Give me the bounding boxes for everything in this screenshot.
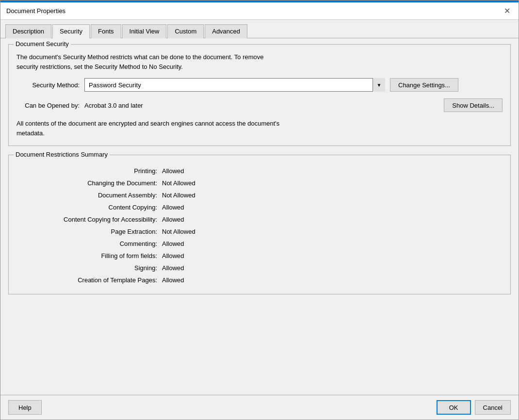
security-description-line2: security restrictions, set the Security … (16, 62, 503, 72)
restriction-label-page-extraction: Page Extraction: (16, 228, 162, 235)
button-bar: Help OK Cancel (0, 395, 519, 420)
main-content: Document Security The document's Securit… (0, 38, 519, 395)
restriction-label-printing: Printing: (16, 167, 162, 175)
restriction-label-signing: Signing: (16, 264, 162, 272)
restrictions-title: Document Restrictions Summary (14, 151, 110, 158)
encryption-note: All contents of the document are encrypt… (16, 119, 503, 138)
security-method-select-wrapper: Password Security ▼ (84, 78, 385, 92)
document-properties-window: Document Properties ✕ Description Securi… (0, 0, 519, 420)
restriction-value-signing: Allowed (162, 264, 184, 272)
restriction-row-page-extraction: Page Extraction: Not Allowed (16, 226, 503, 238)
tab-bar: Description Security Fonts Initial View … (0, 20, 519, 38)
window-title: Document Properties (6, 7, 65, 15)
restriction-row-accessibility: Content Copying for Accessibility: Allow… (16, 213, 503, 226)
restriction-label-commenting: Commenting: (16, 240, 162, 247)
restriction-value-page-extraction: Not Allowed (162, 228, 195, 235)
security-method-row: Security Method: Password Security ▼ Cha… (16, 78, 503, 92)
restriction-value-template-pages: Allowed (162, 276, 184, 284)
show-details-wrap: Show Details... (444, 98, 503, 112)
restriction-value-commenting: Allowed (162, 240, 184, 247)
button-bar-right: OK Cancel (437, 400, 511, 415)
can-opened-value: Acrobat 3.0 and later (84, 102, 143, 109)
restriction-row-printing: Printing: Allowed (16, 165, 503, 177)
can-opened-row: Can be Opened by: Acrobat 3.0 and later … (16, 98, 503, 112)
restriction-row-assembly: Document Assembly: Not Allowed (16, 189, 503, 201)
restriction-value-accessibility: Allowed (162, 216, 184, 223)
restriction-row-template-pages: Creation of Template Pages: Allowed (16, 274, 503, 286)
tab-initial-view[interactable]: Initial View (122, 24, 167, 38)
security-method-select[interactable]: Password Security (84, 78, 385, 92)
change-settings-button[interactable]: Change Settings... (390, 78, 458, 92)
close-button[interactable]: ✕ (501, 5, 513, 17)
restriction-row-signing: Signing: Allowed (16, 262, 503, 274)
restriction-value-printing: Allowed (162, 167, 184, 175)
restriction-label-assembly: Document Assembly: (16, 192, 162, 199)
can-opened-label: Can be Opened by: (16, 102, 80, 109)
restrictions-list: Printing: Allowed Changing the Document:… (16, 165, 503, 286)
security-method-label: Security Method: (16, 81, 80, 89)
restriction-label-content-copying: Content Copying: (16, 204, 162, 211)
ok-button[interactable]: OK (437, 400, 471, 415)
restriction-row-form-fields: Filling of form fields: Allowed (16, 250, 503, 262)
restriction-row-changing: Changing the Document: Not Allowed (16, 177, 503, 189)
restriction-value-changing: Not Allowed (162, 179, 195, 187)
show-details-button[interactable]: Show Details... (444, 98, 503, 112)
tab-description[interactable]: Description (5, 24, 51, 38)
help-button[interactable]: Help (8, 400, 42, 415)
restriction-value-assembly: Not Allowed (162, 192, 195, 199)
restriction-label-accessibility: Content Copying for Accessibility: (16, 216, 162, 223)
restriction-value-form-fields: Allowed (162, 252, 184, 259)
document-security-title: Document Security (14, 40, 71, 48)
title-bar: Document Properties ✕ (0, 2, 519, 20)
restriction-value-content-copying: Allowed (162, 204, 184, 211)
restriction-label-form-fields: Filling of form fields: (16, 252, 162, 259)
restrictions-group: Document Restrictions Summary Printing: … (8, 155, 511, 294)
tab-fonts[interactable]: Fonts (91, 24, 121, 38)
restriction-label-template-pages: Creation of Template Pages: (16, 276, 162, 284)
restriction-row-content-copying: Content Copying: Allowed (16, 201, 503, 213)
document-security-group: Document Security The document's Securit… (8, 44, 511, 146)
security-description-line1: The document's Security Method restricts… (16, 52, 503, 62)
security-description: The document's Security Method restricts… (16, 52, 503, 71)
tab-custom[interactable]: Custom (167, 24, 204, 38)
cancel-button[interactable]: Cancel (475, 400, 511, 415)
tab-security[interactable]: Security (52, 24, 90, 38)
restriction-label-changing: Changing the Document: (16, 179, 162, 187)
restriction-row-commenting: Commenting: Allowed (16, 238, 503, 250)
tab-advanced[interactable]: Advanced (205, 24, 247, 38)
